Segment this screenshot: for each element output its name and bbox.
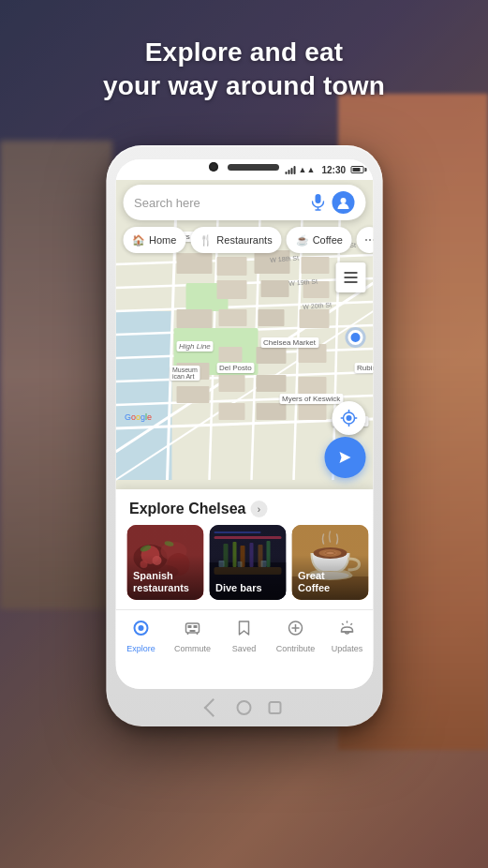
go-button[interactable]	[324, 437, 365, 478]
coffee-chip-icon: ☕	[296, 234, 309, 247]
home-icon: 🏠	[132, 234, 145, 247]
explore-nav-icon	[132, 619, 151, 642]
svg-rect-31	[256, 347, 286, 364]
phone-back-button[interactable]	[204, 698, 223, 717]
microphone-icon[interactable]	[309, 194, 326, 211]
phone-shell: ▲▲ 12:30	[106, 145, 382, 726]
more-chips-button[interactable]: ⋯	[357, 227, 373, 253]
updates-nav-label: Updates	[332, 644, 363, 653]
svg-rect-37	[176, 386, 209, 403]
signal-bar-2	[288, 170, 290, 174]
explore-nav-label: Explore	[126, 644, 155, 653]
commute-nav-icon	[184, 619, 202, 642]
current-location-pin	[348, 330, 362, 345]
saved-nav-label: Saved	[232, 644, 257, 653]
chip-restaurants[interactable]: 🍴 Restaurants	[190, 227, 281, 253]
category-chips: 🏠 Home 🍴 Restaurants ☕ Coffee ⋯	[123, 227, 373, 253]
svg-rect-27	[258, 309, 284, 326]
svg-point-49	[340, 198, 346, 203]
signal-bar-3	[291, 168, 293, 174]
svg-rect-35	[256, 375, 286, 392]
bottom-navigation: Explore	[115, 609, 373, 661]
status-icons: ▲▲ 12:30	[286, 165, 363, 175]
signal-bar-1	[286, 172, 288, 174]
my-location-button[interactable]	[332, 401, 365, 435]
battery-fill	[352, 168, 360, 172]
category-card-coffee[interactable]: Great Coffee	[291, 525, 368, 600]
svg-rect-1	[115, 311, 171, 480]
nav-commute[interactable]: Commute	[167, 610, 218, 661]
chip-restaurants-label: Restaurants	[216, 234, 272, 246]
svg-rect-26	[218, 309, 246, 326]
explore-title: Explore Chelsea	[129, 501, 246, 517]
svg-point-96	[139, 625, 144, 631]
phone-speaker	[228, 164, 279, 171]
svg-rect-50	[344, 272, 357, 274]
signal-icon	[286, 165, 296, 174]
map-label-del-posto: Del Posto	[216, 363, 255, 373]
phone-top-bar	[209, 162, 279, 172]
svg-point-55	[346, 415, 351, 421]
phone-camera	[209, 162, 218, 172]
search-placeholder: Search here	[134, 196, 303, 210]
divebars-card-label: Dive bars	[215, 582, 262, 594]
svg-rect-24	[260, 280, 288, 297]
category-cards: Spanish restaurants	[115, 525, 373, 600]
map-label-museum: Museumican Art	[170, 366, 200, 381]
hero-title: Explore and eat your way around town	[0, 36, 488, 104]
svg-rect-52	[344, 281, 357, 283]
chip-coffee-label: Coffee	[313, 234, 343, 246]
svg-rect-29	[176, 309, 212, 328]
phone-recents-button[interactable]	[269, 701, 282, 714]
svg-rect-19	[216, 257, 246, 276]
chip-home[interactable]: 🏠 Home	[123, 227, 185, 253]
svg-rect-22	[176, 253, 212, 274]
chip-home-label: Home	[149, 234, 176, 246]
contribute-nav-label: Contribute	[276, 644, 316, 653]
updates-nav-icon	[338, 619, 357, 642]
map-label-rubin: Rubin Museum	[354, 363, 373, 373]
time-display: 12:30	[321, 165, 346, 175]
hero-text-container: Explore and eat your way around town	[0, 36, 488, 104]
svg-rect-99	[194, 625, 198, 628]
svg-rect-23	[216, 280, 246, 299]
nav-saved[interactable]: Saved	[218, 610, 270, 661]
phone-home-button[interactable]	[237, 700, 252, 715]
google-logo: Google	[125, 412, 152, 422]
nav-updates[interactable]: Updates	[321, 610, 373, 661]
svg-rect-46	[315, 194, 320, 203]
svg-rect-28	[299, 309, 329, 328]
explore-chevron[interactable]: ›	[251, 501, 268, 517]
category-card-divebars[interactable]: Dive bars	[209, 525, 286, 600]
map-area[interactable]: W 18th St W 19th St W 20th St 8th Ave 21…	[115, 180, 373, 489]
nav-contribute[interactable]: Contribute	[270, 610, 321, 661]
svg-rect-38	[218, 403, 244, 420]
phone-screen: ▲▲ 12:30	[115, 159, 373, 689]
saved-nav-icon	[235, 619, 254, 642]
bottom-sheet: Explore Chelsea ›	[115, 489, 373, 689]
user-avatar[interactable]	[332, 191, 354, 214]
commute-nav-label: Commute	[174, 644, 211, 653]
map-label-myers: Myers of Keswick	[279, 394, 343, 404]
coffee-card-label: Great Coffee	[298, 570, 330, 594]
svg-rect-39	[256, 403, 286, 420]
explore-header: Explore Chelsea ›	[115, 489, 373, 525]
map-layers-button[interactable]	[335, 262, 365, 292]
search-bar[interactable]: Search here	[123, 185, 365, 220]
nav-explore[interactable]: Explore	[115, 610, 167, 661]
map-label-chelsea-market: Chelsea Market	[260, 337, 318, 348]
battery-icon	[350, 166, 363, 173]
svg-rect-30	[218, 347, 242, 362]
svg-rect-34	[218, 375, 244, 392]
contribute-nav-icon	[287, 619, 305, 642]
svg-rect-21	[301, 257, 329, 274]
phone-bottom-bar	[207, 700, 282, 715]
restaurant-icon: 🍴	[200, 234, 213, 247]
wifi-icon: ▲▲	[299, 165, 316, 174]
bg-building-left	[0, 141, 112, 609]
chip-coffee[interactable]: ☕ Coffee	[287, 227, 352, 253]
category-card-spanish[interactable]: Spanish restaurants	[126, 525, 203, 600]
svg-rect-102	[190, 630, 196, 632]
svg-rect-36	[298, 377, 326, 394]
signal-bar-4	[294, 166, 296, 174]
